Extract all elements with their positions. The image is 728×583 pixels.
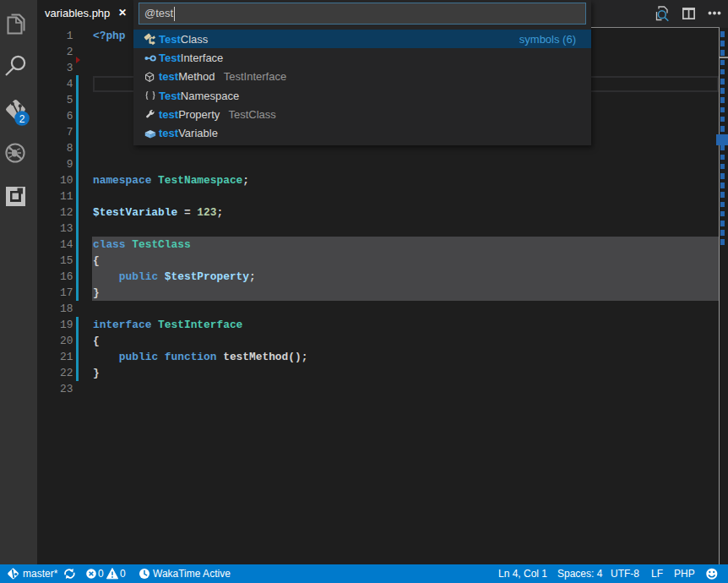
svg-text:2: 2 <box>19 113 25 125</box>
